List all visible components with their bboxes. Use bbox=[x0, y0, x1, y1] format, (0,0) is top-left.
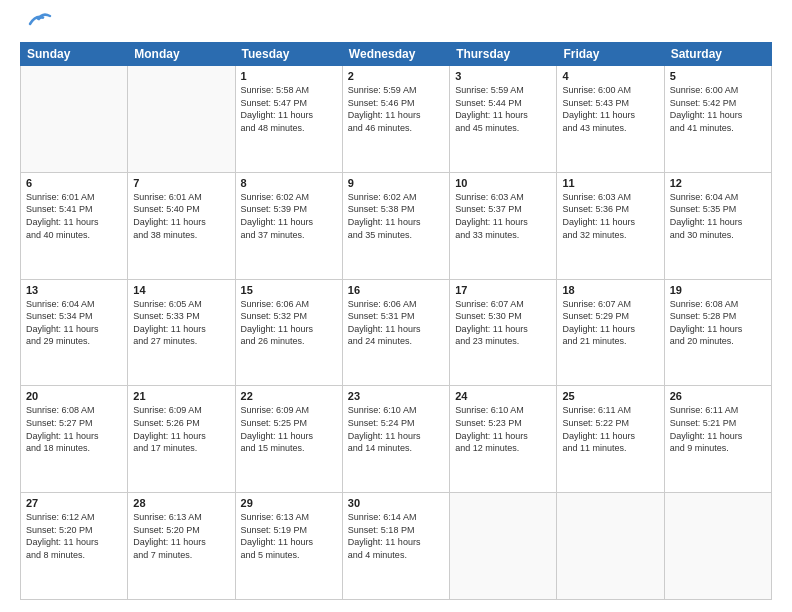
day-info: Sunrise: 6:13 AM Sunset: 5:19 PM Dayligh… bbox=[241, 511, 337, 561]
logo bbox=[20, 16, 54, 32]
day-info: Sunrise: 6:11 AM Sunset: 5:21 PM Dayligh… bbox=[670, 404, 766, 454]
day-info: Sunrise: 6:02 AM Sunset: 5:38 PM Dayligh… bbox=[348, 191, 444, 241]
day-info: Sunrise: 6:04 AM Sunset: 5:34 PM Dayligh… bbox=[26, 298, 122, 348]
calendar-cell: 7Sunrise: 6:01 AM Sunset: 5:40 PM Daylig… bbox=[128, 172, 235, 279]
day-info: Sunrise: 6:03 AM Sunset: 5:37 PM Dayligh… bbox=[455, 191, 551, 241]
weekday-header: Tuesday bbox=[235, 43, 342, 66]
day-info: Sunrise: 6:03 AM Sunset: 5:36 PM Dayligh… bbox=[562, 191, 658, 241]
calendar-cell: 28Sunrise: 6:13 AM Sunset: 5:20 PM Dayli… bbox=[128, 493, 235, 600]
calendar-week-row: 13Sunrise: 6:04 AM Sunset: 5:34 PM Dayli… bbox=[21, 279, 772, 386]
calendar-table: SundayMondayTuesdayWednesdayThursdayFrid… bbox=[20, 42, 772, 600]
weekday-header: Thursday bbox=[450, 43, 557, 66]
day-number: 23 bbox=[348, 390, 444, 402]
calendar-cell: 5Sunrise: 6:00 AM Sunset: 5:42 PM Daylig… bbox=[664, 66, 771, 173]
calendar-week-row: 20Sunrise: 6:08 AM Sunset: 5:27 PM Dayli… bbox=[21, 386, 772, 493]
day-number: 9 bbox=[348, 177, 444, 189]
day-number: 5 bbox=[670, 70, 766, 82]
day-number: 17 bbox=[455, 284, 551, 296]
calendar-cell: 21Sunrise: 6:09 AM Sunset: 5:26 PM Dayli… bbox=[128, 386, 235, 493]
day-number: 12 bbox=[670, 177, 766, 189]
day-info: Sunrise: 6:05 AM Sunset: 5:33 PM Dayligh… bbox=[133, 298, 229, 348]
day-info: Sunrise: 6:08 AM Sunset: 5:27 PM Dayligh… bbox=[26, 404, 122, 454]
day-number: 25 bbox=[562, 390, 658, 402]
calendar-cell: 23Sunrise: 6:10 AM Sunset: 5:24 PM Dayli… bbox=[342, 386, 449, 493]
calendar-cell: 10Sunrise: 6:03 AM Sunset: 5:37 PM Dayli… bbox=[450, 172, 557, 279]
day-number: 6 bbox=[26, 177, 122, 189]
day-info: Sunrise: 6:06 AM Sunset: 5:32 PM Dayligh… bbox=[241, 298, 337, 348]
day-info: Sunrise: 6:11 AM Sunset: 5:22 PM Dayligh… bbox=[562, 404, 658, 454]
day-number: 8 bbox=[241, 177, 337, 189]
calendar-cell: 4Sunrise: 6:00 AM Sunset: 5:43 PM Daylig… bbox=[557, 66, 664, 173]
calendar-cell: 6Sunrise: 6:01 AM Sunset: 5:41 PM Daylig… bbox=[21, 172, 128, 279]
calendar-cell: 26Sunrise: 6:11 AM Sunset: 5:21 PM Dayli… bbox=[664, 386, 771, 493]
calendar-cell: 30Sunrise: 6:14 AM Sunset: 5:18 PM Dayli… bbox=[342, 493, 449, 600]
day-info: Sunrise: 6:12 AM Sunset: 5:20 PM Dayligh… bbox=[26, 511, 122, 561]
calendar-cell: 19Sunrise: 6:08 AM Sunset: 5:28 PM Dayli… bbox=[664, 279, 771, 386]
day-number: 30 bbox=[348, 497, 444, 509]
calendar-cell: 22Sunrise: 6:09 AM Sunset: 5:25 PM Dayli… bbox=[235, 386, 342, 493]
day-info: Sunrise: 6:01 AM Sunset: 5:41 PM Dayligh… bbox=[26, 191, 122, 241]
day-info: Sunrise: 6:09 AM Sunset: 5:26 PM Dayligh… bbox=[133, 404, 229, 454]
calendar-cell bbox=[450, 493, 557, 600]
calendar-cell: 14Sunrise: 6:05 AM Sunset: 5:33 PM Dayli… bbox=[128, 279, 235, 386]
calendar-cell bbox=[664, 493, 771, 600]
calendar-cell: 9Sunrise: 6:02 AM Sunset: 5:38 PM Daylig… bbox=[342, 172, 449, 279]
calendar-cell: 16Sunrise: 6:06 AM Sunset: 5:31 PM Dayli… bbox=[342, 279, 449, 386]
weekday-header: Saturday bbox=[664, 43, 771, 66]
day-number: 26 bbox=[670, 390, 766, 402]
day-number: 4 bbox=[562, 70, 658, 82]
calendar-cell: 2Sunrise: 5:59 AM Sunset: 5:46 PM Daylig… bbox=[342, 66, 449, 173]
day-number: 27 bbox=[26, 497, 122, 509]
day-number: 11 bbox=[562, 177, 658, 189]
day-number: 13 bbox=[26, 284, 122, 296]
page: SundayMondayTuesdayWednesdayThursdayFrid… bbox=[0, 0, 792, 612]
day-number: 20 bbox=[26, 390, 122, 402]
calendar-week-row: 27Sunrise: 6:12 AM Sunset: 5:20 PM Dayli… bbox=[21, 493, 772, 600]
weekday-header: Monday bbox=[128, 43, 235, 66]
day-info: Sunrise: 6:09 AM Sunset: 5:25 PM Dayligh… bbox=[241, 404, 337, 454]
day-number: 15 bbox=[241, 284, 337, 296]
day-number: 10 bbox=[455, 177, 551, 189]
calendar-cell: 15Sunrise: 6:06 AM Sunset: 5:32 PM Dayli… bbox=[235, 279, 342, 386]
day-info: Sunrise: 6:13 AM Sunset: 5:20 PM Dayligh… bbox=[133, 511, 229, 561]
day-info: Sunrise: 6:10 AM Sunset: 5:24 PM Dayligh… bbox=[348, 404, 444, 454]
day-info: Sunrise: 6:00 AM Sunset: 5:42 PM Dayligh… bbox=[670, 84, 766, 134]
day-number: 28 bbox=[133, 497, 229, 509]
calendar-cell: 25Sunrise: 6:11 AM Sunset: 5:22 PM Dayli… bbox=[557, 386, 664, 493]
day-number: 22 bbox=[241, 390, 337, 402]
day-number: 18 bbox=[562, 284, 658, 296]
day-number: 16 bbox=[348, 284, 444, 296]
day-number: 2 bbox=[348, 70, 444, 82]
day-info: Sunrise: 6:06 AM Sunset: 5:31 PM Dayligh… bbox=[348, 298, 444, 348]
calendar-cell: 27Sunrise: 6:12 AM Sunset: 5:20 PM Dayli… bbox=[21, 493, 128, 600]
calendar-cell: 3Sunrise: 5:59 AM Sunset: 5:44 PM Daylig… bbox=[450, 66, 557, 173]
day-number: 1 bbox=[241, 70, 337, 82]
day-info: Sunrise: 6:04 AM Sunset: 5:35 PM Dayligh… bbox=[670, 191, 766, 241]
day-info: Sunrise: 5:59 AM Sunset: 5:44 PM Dayligh… bbox=[455, 84, 551, 134]
day-info: Sunrise: 5:58 AM Sunset: 5:47 PM Dayligh… bbox=[241, 84, 337, 134]
calendar-cell: 11Sunrise: 6:03 AM Sunset: 5:36 PM Dayli… bbox=[557, 172, 664, 279]
header bbox=[20, 16, 772, 32]
weekday-header: Sunday bbox=[21, 43, 128, 66]
calendar-week-row: 1Sunrise: 5:58 AM Sunset: 5:47 PM Daylig… bbox=[21, 66, 772, 173]
day-info: Sunrise: 6:01 AM Sunset: 5:40 PM Dayligh… bbox=[133, 191, 229, 241]
day-number: 24 bbox=[455, 390, 551, 402]
day-info: Sunrise: 6:10 AM Sunset: 5:23 PM Dayligh… bbox=[455, 404, 551, 454]
calendar-cell: 18Sunrise: 6:07 AM Sunset: 5:29 PM Dayli… bbox=[557, 279, 664, 386]
day-number: 21 bbox=[133, 390, 229, 402]
calendar-cell: 8Sunrise: 6:02 AM Sunset: 5:39 PM Daylig… bbox=[235, 172, 342, 279]
day-number: 7 bbox=[133, 177, 229, 189]
calendar-cell: 1Sunrise: 5:58 AM Sunset: 5:47 PM Daylig… bbox=[235, 66, 342, 173]
day-number: 29 bbox=[241, 497, 337, 509]
day-number: 14 bbox=[133, 284, 229, 296]
day-info: Sunrise: 6:07 AM Sunset: 5:29 PM Dayligh… bbox=[562, 298, 658, 348]
day-info: Sunrise: 6:00 AM Sunset: 5:43 PM Dayligh… bbox=[562, 84, 658, 134]
calendar-cell: 29Sunrise: 6:13 AM Sunset: 5:19 PM Dayli… bbox=[235, 493, 342, 600]
calendar-cell: 13Sunrise: 6:04 AM Sunset: 5:34 PM Dayli… bbox=[21, 279, 128, 386]
calendar-cell bbox=[557, 493, 664, 600]
day-info: Sunrise: 6:02 AM Sunset: 5:39 PM Dayligh… bbox=[241, 191, 337, 241]
calendar-week-row: 6Sunrise: 6:01 AM Sunset: 5:41 PM Daylig… bbox=[21, 172, 772, 279]
day-number: 3 bbox=[455, 70, 551, 82]
day-info: Sunrise: 6:14 AM Sunset: 5:18 PM Dayligh… bbox=[348, 511, 444, 561]
calendar-cell: 12Sunrise: 6:04 AM Sunset: 5:35 PM Dayli… bbox=[664, 172, 771, 279]
